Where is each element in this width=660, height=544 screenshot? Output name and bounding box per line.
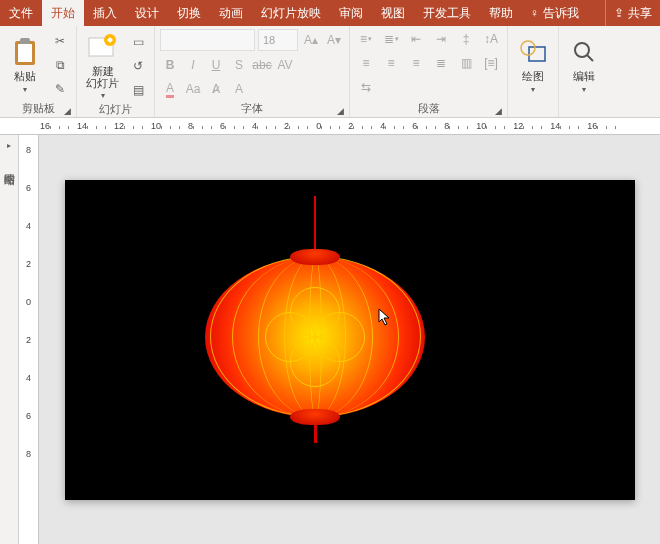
columns-button[interactable]: ▥ [455,53,477,73]
format-painter-button[interactable]: ✎ [49,78,71,100]
decrease-font-button[interactable]: A▾ [324,30,344,50]
bold-icon: B [166,58,175,72]
tab-transitions[interactable]: 切换 [168,0,210,26]
lantern-cap-bottom [290,409,340,425]
chevron-down-icon: ▾ [23,85,27,94]
tab-design[interactable]: 设计 [126,0,168,26]
reset-button[interactable]: ↺ [127,55,149,77]
lantern-knot [265,287,365,387]
lightbulb-icon: ♀ [530,6,539,20]
layout-button[interactable]: ▭ [127,31,149,53]
italic-button[interactable]: I [183,55,203,75]
section-button[interactable]: ▤ [127,79,149,101]
drawing-button[interactable]: 绘图 ▾ [513,34,553,95]
copy-icon: ⧉ [56,58,65,72]
search-icon [568,36,600,68]
tab-file[interactable]: 文件 [0,0,42,26]
menu-bar: 文件 开始 插入 设计 切换 动画 幻灯片放映 审阅 视图 开发工具 帮助 ♀ … [0,0,660,26]
indent-dec-button[interactable]: ⇤ [405,29,427,49]
highlight-icon: A [235,82,243,96]
justify-button[interactable]: ≣ [430,53,452,73]
bullets-icon: ≡ [360,32,367,46]
text-direction-button[interactable]: ↕A [480,29,502,49]
text-dir-icon: ↕A [484,32,498,46]
slide-canvas[interactable] [39,135,660,544]
numbering-icon: ≣ [384,32,394,46]
numbering-button[interactable]: ≣▾ [380,29,402,49]
indent-inc-button[interactable]: ⇥ [430,29,452,49]
strike-button[interactable]: abc [252,55,272,75]
tell-me-label: 告诉我 [543,5,579,22]
clear-format-button[interactable]: A̷ [206,79,226,99]
tab-insert[interactable]: 插入 [84,0,126,26]
ruler-vertical[interactable]: 864202468 [19,135,39,544]
font-color-icon: A [166,81,174,98]
group-paragraph: ≡▾ ≣▾ ⇤ ⇥ ‡ ↕A ≡ ≡ ≡ ≣ ▥ [≡] ⇆ 段落◢ [350,26,508,117]
new-slide-icon [87,31,119,63]
tell-me[interactable]: ♀ 告诉我 [522,0,587,26]
line-spacing-button[interactable]: ‡ [455,29,477,49]
italic-icon: I [191,58,194,72]
tab-slideshow[interactable]: 幻灯片放映 [252,0,330,26]
paste-button[interactable]: 粘贴 ▾ [5,34,45,95]
align-left-button[interactable]: ≡ [355,53,377,73]
columns-icon: ▥ [461,56,472,70]
font-color-button[interactable]: A [160,79,180,99]
svg-rect-2 [20,38,30,44]
svg-line-8 [587,55,593,61]
group-drawing: 绘图 ▾ [508,26,559,117]
tab-devtools[interactable]: 开发工具 [414,0,480,26]
svg-rect-1 [18,44,32,62]
indent-dec-icon: ⇤ [411,32,421,46]
new-slide-label: 新建 幻灯片 [86,65,119,89]
font-size-input[interactable]: 18 [258,29,298,51]
change-case-button[interactable]: Aa [183,79,203,99]
spacing-button[interactable]: AV [275,55,295,75]
lantern-string [314,196,316,251]
increase-font-button[interactable]: A▴ [301,30,321,50]
drawing-label: 绘图 [522,70,544,82]
smartart-button[interactable]: ⇆ [355,77,377,97]
section-icon: ▤ [133,83,144,97]
mouse-cursor-icon [378,308,392,326]
tab-home[interactable]: 开始 [42,0,84,26]
clipboard-icon [9,36,41,68]
tab-help[interactable]: 帮助 [480,0,522,26]
paste-label: 粘贴 [14,70,36,82]
font-name-input[interactable] [160,29,255,51]
font-launcher[interactable]: ◢ [334,105,346,117]
shapes-icon [517,36,549,68]
cut-button[interactable]: ✂ [49,30,71,52]
bold-button[interactable]: B [160,55,180,75]
shadow-button[interactable]: S [229,55,249,75]
highlight-button[interactable]: A [229,79,249,99]
chevron-right-icon: ▸ [7,141,11,150]
brush-icon: ✎ [55,82,65,96]
new-slide-button[interactable]: 新建 幻灯片 ▾ [82,29,123,102]
editing-button[interactable]: 编辑 ▾ [564,34,604,95]
align-right-button[interactable]: ≡ [405,53,427,73]
indent-inc-icon: ⇥ [436,32,446,46]
tab-view[interactable]: 视图 [372,0,414,26]
group-editing: 编辑 ▾ [559,26,609,117]
lantern-tassel [314,423,317,443]
paragraph-launcher[interactable]: ◢ [492,105,504,117]
line-spacing-icon: ‡ [463,32,470,46]
group-clipboard: 粘贴 ▾ ✂ ⧉ ✎ 剪贴板◢ [0,26,77,117]
outline-panel-toggle[interactable]: ▸ 缩略图 [0,135,19,544]
align-center-button[interactable]: ≡ [380,53,402,73]
bullets-button[interactable]: ≡▾ [355,29,377,49]
tab-animations[interactable]: 动画 [210,0,252,26]
clipboard-launcher[interactable]: ◢ [61,105,73,117]
ribbon: 粘贴 ▾ ✂ ⧉ ✎ 剪贴板◢ 新建 幻灯片 ▾ ▭ ↺ ▤ [0,26,660,118]
share-button[interactable]: ⇪ 共享 [605,0,660,26]
align-text-button[interactable]: [≡] [480,53,502,73]
group-font: 18 A▴ A▾ B I U S abc AV A Aa A̷ A 字体◢ [155,26,350,117]
chevron-down-icon: ▾ [101,91,105,100]
tab-review[interactable]: 审阅 [330,0,372,26]
copy-button[interactable]: ⧉ [49,54,71,76]
underline-button[interactable]: U [206,55,226,75]
slide[interactable] [65,180,635,500]
lantern-shape[interactable] [205,196,425,443]
ruler-horizontal[interactable]: 1614121086420246810121416 [0,118,660,135]
